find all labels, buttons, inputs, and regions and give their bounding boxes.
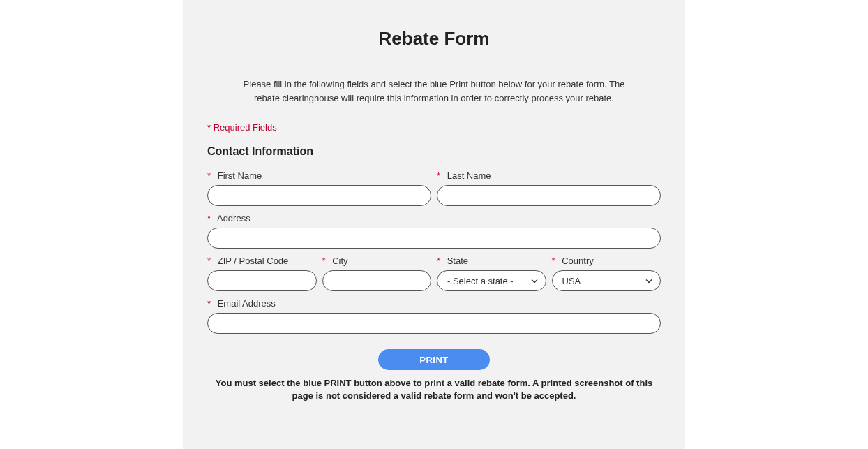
intro-text: Please fill in the following fields and … <box>239 78 629 105</box>
last-name-input[interactable] <box>437 185 661 206</box>
required-asterisk-icon: * <box>552 256 555 266</box>
row-name: * First Name * Last Name <box>207 170 661 206</box>
required-asterisk-icon: * <box>322 256 326 266</box>
group-state: * State - Select a state - <box>437 256 546 291</box>
state-select[interactable]: - Select a state - <box>437 270 546 291</box>
label-first-name-text: First Name <box>218 170 262 181</box>
label-last-name: * Last Name <box>437 170 661 181</box>
label-first-name: * First Name <box>207 170 431 181</box>
zip-input[interactable] <box>207 270 317 291</box>
rebate-form-container: Rebate Form Please fill in the following… <box>183 0 685 449</box>
email-input[interactable] <box>207 313 661 334</box>
label-email-text: Email Address <box>218 298 276 309</box>
disclaimer-text: You must select the blue PRINT button ab… <box>211 377 657 402</box>
label-country: * Country <box>552 256 661 266</box>
label-address: * Address <box>207 213 661 223</box>
print-button[interactable]: PRINT <box>378 349 490 370</box>
row-email: * Email Address <box>207 298 661 334</box>
label-zip-text: ZIP / Postal Code <box>218 256 289 266</box>
country-select-wrap: USA <box>552 270 661 291</box>
label-state-text: State <box>447 256 468 266</box>
required-asterisk-icon: * <box>437 256 440 266</box>
row-zip-city-state-country: * ZIP / Postal Code * City * State - Sel… <box>207 256 661 291</box>
label-state: * State <box>437 256 546 266</box>
group-address: * Address <box>207 213 661 249</box>
label-address-text: Address <box>217 213 250 223</box>
city-input[interactable] <box>322 270 432 291</box>
first-name-input[interactable] <box>207 185 431 206</box>
state-select-wrap: - Select a state - <box>437 270 546 291</box>
label-country-text: Country <box>562 256 594 266</box>
group-first-name: * First Name <box>207 170 431 206</box>
required-fields-note: * Required Fields <box>207 122 661 133</box>
row-address: * Address <box>207 213 661 249</box>
label-email: * Email Address <box>207 298 661 309</box>
required-asterisk-icon: * <box>207 298 211 309</box>
group-country: * Country USA <box>552 256 661 291</box>
required-asterisk-icon: * <box>207 170 211 181</box>
group-last-name: * Last Name <box>437 170 661 206</box>
country-select[interactable]: USA <box>552 270 661 291</box>
required-asterisk-icon: * <box>437 170 440 181</box>
required-asterisk-icon: * <box>207 213 211 223</box>
required-asterisk-icon: * <box>207 256 211 266</box>
group-email: * Email Address <box>207 298 661 334</box>
address-input[interactable] <box>207 228 661 249</box>
group-zip: * ZIP / Postal Code <box>207 256 317 291</box>
label-city: * City <box>322 256 432 266</box>
label-city-text: City <box>332 256 347 266</box>
page-title: Rebate Form <box>207 28 661 50</box>
section-heading-contact: Contact Information <box>207 145 661 158</box>
label-last-name-text: Last Name <box>447 170 491 181</box>
group-city: * City <box>322 256 432 291</box>
label-zip: * ZIP / Postal Code <box>207 256 317 266</box>
